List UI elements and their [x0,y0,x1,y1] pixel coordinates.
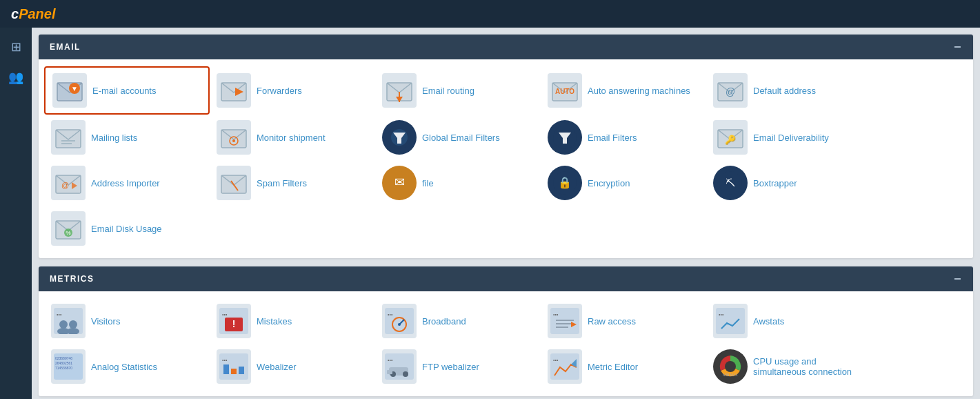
file-icon: ✉ [382,166,417,200]
default-address-label: Default address [753,86,816,96]
svg-text:•••: ••• [57,312,62,317]
cpu-usage-item[interactable]: MIN MAX CPU usage and simultaneous conne… [706,344,872,389]
mistakes-label: Mistakes [257,316,292,327]
email-filters-item[interactable]: Email Filters [541,115,706,160]
default-address-item[interactable]: @ Default address [706,66,872,115]
boxtrapper-label: Boxtrapper [753,178,797,188]
email-collapse-btn[interactable]: − [954,41,962,53]
mailing-lists-icon [51,120,86,155]
awstats-icon: ••• [713,304,748,338]
forwarders-item[interactable]: Forwarders [210,66,375,115]
metrics-collapse-btn[interactable]: − [954,273,962,285]
email-deliverability-item[interactable]: 🔑 Email Deliverability [706,115,872,160]
file-label: file [422,178,434,188]
ftp-webalizer-icon: ••• [382,349,417,384]
svg-text:✉: ✉ [394,175,405,189]
webalizer-label: Webalizer [257,362,297,372]
email-disk-usage-item[interactable]: % Email Disk Usage [44,206,210,251]
email-disk-usage-label: Email Disk Usage [91,224,162,234]
boxtrapper-icon: ⛏ [713,166,748,200]
encryption-item[interactable]: 🔒 Encryption [541,160,706,206]
svg-point-42 [69,320,77,329]
email-accounts-label: E-mail accounts [92,86,156,96]
ftp-webalizer-item[interactable]: ••• FTP webalizer [375,344,541,389]
encryption-icon: 🔒 [548,166,582,200]
forwarders-icon [217,73,251,108]
address-importer-item[interactable]: @ Address Importer [44,160,210,206]
auto-answering-icon: AUTO [548,73,582,108]
mailing-lists-label: Mailing lists [91,133,137,143]
spam-filters-item[interactable]: Spam Filters [210,160,375,206]
mistakes-item[interactable]: ••• ! Mistakes [210,298,375,344]
svg-text:⛏: ⛏ [726,177,735,188]
svg-text:AUTO: AUTO [555,88,574,95]
svg-point-17 [232,139,235,142]
visitors-icon: ••• [51,304,86,338]
analog-statistics-item[interactable]: 023689746 264802561 714536870 Analog Sta… [44,344,210,389]
svg-text:•••: ••• [553,358,559,362]
visitors-item[interactable]: ••• Visitors [44,298,210,344]
address-importer-icon: @ [51,166,86,200]
forwarders-label: Forwarders [257,86,302,96]
svg-point-41 [59,320,68,329]
cpu-usage-label: CPU usage and simultaneous connection [753,356,865,377]
metric-editor-icon: ••• [548,349,582,384]
metrics-section-header: METRICS − [39,266,973,291]
metrics-section-body: ••• Visitors ••• ! [39,291,973,396]
email-routing-item[interactable]: Email routing [375,66,541,115]
webalizer-item[interactable]: ••• Webalizer [210,344,375,389]
svg-text:264802561: 264802561 [55,361,72,365]
svg-point-53 [398,323,401,326]
metric-editor-item[interactable]: ••• Metric Editor [541,344,706,389]
users-sidebar-icon[interactable]: 👥 [3,65,28,90]
email-disk-usage-icon: % [51,211,86,246]
svg-rect-70 [239,367,244,374]
awstats-item[interactable]: ••• Awstats [706,298,872,344]
raw-access-item[interactable]: ••• Raw access [541,298,706,344]
global-email-filters-icon [382,120,417,155]
svg-text:•••: ••• [719,312,724,317]
monitor-shipment-item[interactable]: Monitor shipment [210,115,375,160]
visitors-label: Visitors [91,316,120,327]
mailing-lists-item[interactable]: Mailing lists [44,115,210,160]
svg-text:•••: ••• [222,358,228,362]
svg-rect-69 [231,369,237,374]
boxtrapper-item[interactable]: ⛏ Boxtrapper [706,160,872,206]
mistakes-icon: ••• ! [217,304,251,338]
ftp-webalizer-label: FTP webalizer [422,362,479,372]
global-email-filters-item[interactable]: Global Email Filters [375,115,541,160]
default-address-icon: @ [713,73,748,108]
webalizer-icon: ••• [217,349,251,384]
svg-point-75 [403,371,408,377]
spam-filters-label: Spam Filters [257,178,307,188]
broadband-item[interactable]: ••• Broadband [375,298,541,344]
file-item[interactable]: ✉ file [375,160,541,206]
svg-point-81 [725,361,736,372]
email-filters-label: Email Filters [588,133,637,143]
email-routing-icon [382,73,417,108]
raw-access-icon: ••• [548,304,582,338]
metric-editor-label: Metric Editor [588,362,638,372]
svg-text:•••: ••• [388,358,393,362]
svg-text:!: ! [232,318,236,329]
svg-text:🔑: 🔑 [725,134,737,146]
grid-sidebar-icon[interactable]: ⊞ [3,35,28,59]
global-email-filters-label: Global Email Filters [422,133,500,143]
analog-statistics-icon: 023689746 264802561 714536870 [51,349,86,384]
svg-text:•••: ••• [388,312,393,317]
monitor-shipment-icon [217,120,251,155]
email-accounts-icon: ▼ [52,73,87,108]
email-section: EMAIL − ▼ E-mail accounts [39,35,973,258]
broadband-icon: ••• [382,304,417,338]
auto-answering-item[interactable]: AUTO Auto answering machines [541,66,706,115]
svg-rect-68 [223,364,229,374]
email-accounts-item[interactable]: ▼ E-mail accounts [44,66,210,115]
auto-answering-label: Auto answering machines [588,86,690,96]
svg-text:%: % [66,230,70,236]
email-routing-label: Email routing [422,86,474,96]
svg-text:@: @ [61,181,69,189]
email-section-body: ▼ E-mail accounts Forwarders [39,59,973,258]
svg-text:MIN MAX: MIN MAX [723,373,738,377]
awstats-label: Awstats [753,316,784,327]
sidebar: ⊞ 👥 [0,28,32,399]
